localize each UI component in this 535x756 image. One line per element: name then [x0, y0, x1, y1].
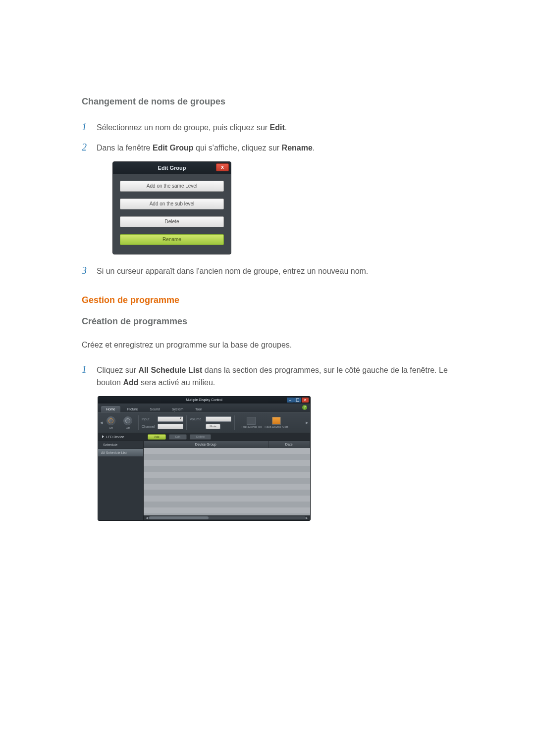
- text: .: [285, 123, 287, 132]
- warning-icon: [272, 417, 281, 425]
- power-group: On Off: [105, 416, 134, 429]
- separator: [186, 415, 187, 430]
- text: Cliquez sur: [97, 366, 138, 374]
- delete-button[interactable]: Delete: [120, 216, 224, 227]
- heading-schedule-management: Gestion de programme: [82, 295, 456, 305]
- mdc-window: Multiple Display Control – ▢ × Home Pict…: [98, 396, 311, 521]
- tab-tool[interactable]: Tool: [190, 406, 207, 412]
- step-number: 2: [82, 141, 97, 153]
- monitor-icon: [247, 417, 256, 425]
- chevron-right-icon[interactable]: [102, 435, 104, 438]
- label: On: [109, 426, 113, 429]
- text: Sélectionnez un nom de groupe, puis cliq…: [97, 123, 270, 132]
- step-text: Dans la fenêtre Edit Group qui s'affiche…: [97, 141, 315, 154]
- volume-group: Volume Mute: [190, 416, 231, 429]
- horizontal-scrollbar[interactable]: ◀ ▶: [144, 515, 310, 520]
- add-sub-level-button[interactable]: Add on the sub level: [120, 199, 224, 209]
- ribbon: ◀ On Off Input Channel: [98, 412, 310, 433]
- bold-add: Add: [123, 378, 138, 387]
- tab-sound[interactable]: Sound: [145, 406, 164, 412]
- scrollbar-track[interactable]: [148, 516, 306, 519]
- volume-label: Volume: [190, 417, 204, 421]
- sidebar-item-schedule[interactable]: Schedule: [98, 441, 143, 449]
- table-header: Device Group Date: [144, 441, 310, 448]
- text: Dans la fenêtre: [97, 144, 153, 152]
- bold-edit-group: Edit Group: [153, 144, 194, 152]
- dialog-title: Edit Group: [158, 165, 186, 171]
- fault-device-icon[interactable]: Fault Device (0): [241, 417, 262, 428]
- label: Fault Device (0): [241, 425, 262, 428]
- scrollbar-thumb[interactable]: [149, 516, 209, 519]
- menu-tabs: Home Picture Sound System Tool ?: [98, 403, 310, 412]
- col-device-group: Device Group: [144, 441, 268, 448]
- col-date: Date: [268, 441, 311, 448]
- add-button[interactable]: Add: [148, 434, 166, 440]
- add-same-level-button[interactable]: Add on the same Level: [120, 181, 224, 192]
- tab-home[interactable]: Home: [101, 406, 120, 412]
- text: qui s'affiche, cliquez sur: [194, 144, 282, 152]
- power-off-icon: [123, 416, 132, 425]
- rename-button[interactable]: Rename: [120, 234, 224, 245]
- power-off-button[interactable]: Off: [121, 416, 134, 429]
- bold-all-schedule-list: All Schedule List: [138, 366, 202, 374]
- help-icon[interactable]: ?: [302, 405, 307, 410]
- label: Fault Device Alert: [265, 425, 288, 428]
- sidebar: Schedule All Schedule List: [98, 441, 144, 520]
- minimize-icon[interactable]: –: [287, 398, 294, 403]
- window-titlebar: Multiple Display Control – ▢ ×: [98, 397, 310, 403]
- bold-edit: Edit: [270, 123, 285, 132]
- bold-rename: Rename: [282, 144, 313, 152]
- window-title: Multiple Display Control: [186, 398, 222, 402]
- dialog-body: Add on the same Level Add on the sub lev…: [113, 174, 231, 254]
- text: .: [313, 144, 315, 152]
- tab-picture[interactable]: Picture: [122, 406, 143, 412]
- power-on-icon: [107, 416, 115, 425]
- edit-group-dialog: Edit Group x Add on the same Level Add o…: [112, 161, 231, 254]
- step-text: Cliquez sur All Schedule List dans la se…: [97, 363, 456, 389]
- scroll-right-icon[interactable]: ▶: [306, 516, 308, 519]
- window-controls: – ▢ ×: [287, 398, 309, 403]
- dialog-titlebar: Edit Group x: [113, 162, 231, 174]
- step-number: 3: [82, 264, 97, 276]
- label: Schedule: [103, 443, 117, 447]
- body-text: Créez et enregistrez un programme sur la…: [82, 341, 456, 350]
- close-icon[interactable]: x: [216, 163, 229, 171]
- lfd-device-label[interactable]: LFD Device: [106, 435, 148, 439]
- label: All Schedule List: [101, 451, 127, 454]
- step-text: Sélectionnez un nom de groupe, puis cliq…: [97, 121, 287, 134]
- main-area: Schedule All Schedule List Device Group …: [98, 441, 310, 520]
- maximize-icon[interactable]: ▢: [294, 398, 301, 403]
- input-dropdown[interactable]: [158, 416, 183, 422]
- channel-spinner[interactable]: [158, 424, 183, 429]
- volume-spinner[interactable]: [206, 416, 231, 422]
- step-3: 3 Si un curseur apparaît dans l'ancien n…: [82, 264, 456, 278]
- input-label: Input: [142, 417, 156, 421]
- separator: [234, 415, 235, 430]
- input-channel-group: Input Channel: [142, 416, 183, 429]
- content-area: Device Group Date ◀ ▶: [144, 441, 310, 520]
- heading-create-schedules: Création de programmes: [82, 316, 456, 327]
- step-text: Si un curseur apparaît dans l'ancien nom…: [97, 264, 368, 278]
- step-number: 1: [82, 121, 97, 133]
- step-2: 2 Dans la fenêtre Edit Group qui s'affic…: [82, 141, 456, 154]
- tab-system[interactable]: System: [167, 406, 188, 412]
- step-1: 1 Sélectionnez un nom de groupe, puis cl…: [82, 121, 456, 134]
- channel-label: Channel: [142, 425, 156, 428]
- separator: [138, 415, 139, 430]
- fault-icons: Fault Device (0) Fault Device Alert: [241, 417, 288, 428]
- mute-button[interactable]: Mute: [206, 424, 220, 429]
- scroll-left-icon[interactable]: ◀: [100, 421, 103, 425]
- text: sera activé au milieu.: [139, 378, 215, 387]
- scroll-right-icon[interactable]: ▶: [306, 421, 308, 425]
- step-number: 1: [82, 363, 97, 375]
- lfd-device-row: LFD Device Add Edit Delete: [98, 433, 310, 441]
- sec2-step-1: 1 Cliquez sur All Schedule List dans la …: [82, 363, 456, 389]
- close-icon[interactable]: ×: [302, 398, 309, 403]
- heading-rename-groups: Changement de noms de groupes: [82, 97, 456, 107]
- table-rows-empty: [144, 448, 310, 515]
- sidebar-item-all-schedule[interactable]: All Schedule List: [98, 449, 143, 457]
- power-on-button[interactable]: On: [105, 416, 117, 429]
- delete-button: Delete: [190, 434, 211, 440]
- fault-alert-icon[interactable]: Fault Device Alert: [265, 417, 288, 428]
- label: Off: [126, 426, 130, 429]
